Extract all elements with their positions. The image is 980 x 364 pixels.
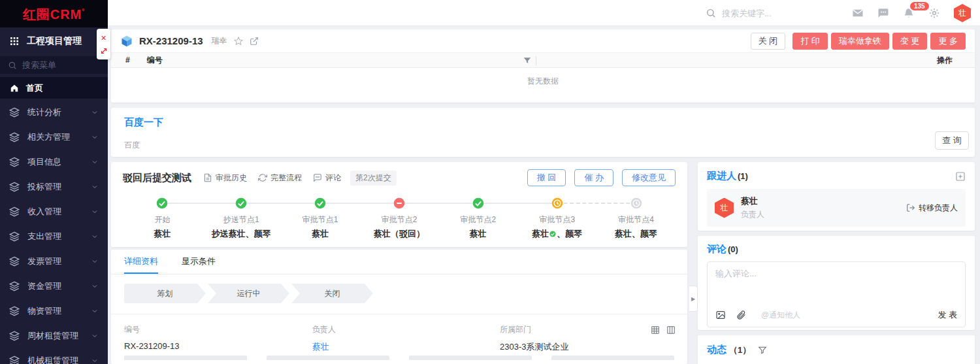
open-external-icon[interactable]: [250, 37, 259, 46]
mail-icon[interactable]: [852, 7, 864, 19]
workflow-action-button[interactable]: 撤 回: [527, 169, 566, 186]
expand-icon[interactable]: [100, 47, 108, 55]
record-action-button[interactable]: 变 更: [892, 33, 928, 50]
sidebar-item-label: 物资管理: [27, 305, 83, 317]
sidebar-item[interactable]: 相关方管理: [0, 125, 108, 150]
avatar[interactable]: 壮: [954, 4, 971, 22]
chat-icon[interactable]: [877, 7, 889, 19]
app-switcher[interactable]: 工程项目管理: [0, 27, 108, 54]
col-number[interactable]: 编号: [147, 55, 163, 66]
column-view-icon[interactable]: [666, 325, 676, 335]
gear-icon[interactable]: [928, 7, 940, 19]
field-value[interactable]: 蔡壮: [312, 341, 336, 353]
sidebar-search-input[interactable]: [22, 60, 94, 70]
home-label: 首页: [26, 82, 43, 94]
record-action-button[interactable]: 瑞幸做拿铁: [831, 33, 889, 50]
record-header: RX-231209-13 瑞幸 关 闭打 印瑞幸做拿铁变 更更 多: [111, 29, 975, 52]
attachment-icon[interactable]: [736, 310, 746, 320]
field-view-icons: [651, 325, 676, 335]
step-person: 蔡壮: [438, 228, 517, 240]
sidebar-item[interactable]: 统计分析: [0, 100, 108, 125]
step-person: 蔡壮: [123, 228, 202, 240]
transfer-owner-button[interactable]: 转移负责人: [906, 203, 958, 214]
comments-panel: 评论 (0) @通知他人 发 表: [698, 236, 975, 330]
sidebar-item[interactable]: 投标管理: [0, 174, 108, 199]
comment-box: @通知他人 发 表: [707, 261, 966, 327]
sidebar-item[interactable]: 支出管理: [0, 224, 108, 249]
field-label: 负责人: [312, 324, 336, 335]
comment-input[interactable]: [708, 262, 965, 303]
follower-avatar: 壮: [715, 198, 734, 218]
field-label: 所属部门: [500, 324, 568, 335]
filter-icon[interactable]: [523, 56, 532, 65]
sidebar-item[interactable]: 机械租赁管理: [0, 348, 108, 364]
step-person: 蔡壮、颜琴: [596, 228, 676, 240]
workflow-link[interactable]: 完整流程: [258, 173, 302, 184]
stage-chevron[interactable]: 关闭: [291, 284, 373, 303]
table-header: # 编号 操作: [111, 52, 975, 68]
add-follower-icon[interactable]: [955, 171, 966, 182]
workflow-link-label: 审批历史: [216, 173, 247, 184]
sidebar-item-home[interactable]: 首页: [0, 77, 108, 99]
submit-comment-button[interactable]: 发 表: [938, 309, 957, 321]
step-name: 审批节点3: [517, 214, 596, 225]
layers-icon: [9, 107, 20, 118]
stage-chevron[interactable]: 筹划: [124, 284, 206, 303]
layers-icon: [9, 157, 20, 167]
search-icon: [8, 61, 17, 70]
detail-field: 编号 RX-231209-13: [124, 324, 180, 351]
stage-chevron[interactable]: 运行中: [208, 284, 289, 303]
workflow-action-button[interactable]: 修改意见: [622, 169, 676, 186]
sidebar-item-label: 机械租赁管理: [27, 355, 83, 364]
comment-icon: [313, 173, 322, 182]
follower-item: 壮 蔡壮 负责人 转移负责人: [707, 189, 966, 227]
sidebar-item[interactable]: 周材租赁管理: [0, 323, 108, 348]
step-status-current-icon: [551, 197, 563, 209]
sidebar-search[interactable]: [0, 56, 108, 74]
col-action: 操作: [937, 55, 953, 66]
step-status-done-icon: [235, 197, 247, 209]
record-action-button[interactable]: 更 多: [930, 33, 966, 50]
query-button[interactable]: 查 询: [935, 131, 969, 150]
step-name: 开始: [123, 214, 202, 225]
workflow-link[interactable]: 评论: [313, 173, 341, 184]
baidu-field-label: 百度: [124, 140, 962, 151]
image-icon[interactable]: [715, 310, 726, 320]
star-icon[interactable]: [233, 36, 244, 46]
comment-toolbar: @通知他人 发 表: [715, 309, 957, 321]
global-search-input[interactable]: [722, 8, 840, 18]
record-subtitle: 瑞幸: [212, 35, 227, 46]
table-view-icon[interactable]: [651, 325, 660, 335]
panel-collapse-handle[interactable]: ▶: [689, 286, 698, 312]
record-action-button[interactable]: 关 闭: [751, 33, 786, 50]
activity-filter-icon[interactable]: [758, 346, 767, 355]
tab-inactive[interactable]: 显示条件: [182, 250, 216, 274]
notifications[interactable]: 135: [903, 7, 915, 19]
detail-tabs: 详细资料显示条件: [111, 250, 687, 274]
tab-active[interactable]: 详细资料: [124, 250, 158, 274]
chevron-down-icon: [91, 158, 99, 166]
record-action-button[interactable]: 打 印: [792, 33, 828, 50]
followers-panel: 跟进人 (1) 壮 蔡壮 负责人 转移负责人: [698, 162, 975, 231]
workflow-link[interactable]: 审批历史: [203, 173, 247, 184]
layers-icon: [9, 132, 20, 142]
topbar: 135 壮: [108, 0, 980, 26]
mention-hint[interactable]: @通知他人: [761, 310, 800, 321]
layers-icon: [9, 356, 20, 364]
step-person: 蔡壮、颜琴: [517, 228, 596, 240]
sidebar-item-label: 相关方管理: [27, 131, 83, 143]
sidebar-item[interactable]: 物资管理: [0, 299, 108, 323]
sidebar-item[interactable]: 项目信息: [0, 150, 108, 174]
workflow-action-button[interactable]: 催 办: [574, 169, 613, 186]
detail-fields: 编号 RX-231209-13 负责人 蔡壮 所属部门 2303-3系测试企业: [111, 314, 687, 360]
record-title: RX-231209-13: [139, 35, 203, 46]
sidebar-item[interactable]: 资金管理: [0, 274, 108, 299]
layers-icon: [9, 207, 20, 217]
layers-icon: [9, 281, 20, 291]
sidebar-item[interactable]: 发票管理: [0, 249, 108, 274]
stage-flow: 筹划运行中关闭: [111, 274, 687, 314]
global-search[interactable]: [706, 0, 840, 26]
sidebar-item[interactable]: 收入管理: [0, 199, 108, 224]
topbar-icons: 135 壮: [852, 0, 971, 26]
close-icon[interactable]: ×: [101, 33, 106, 42]
